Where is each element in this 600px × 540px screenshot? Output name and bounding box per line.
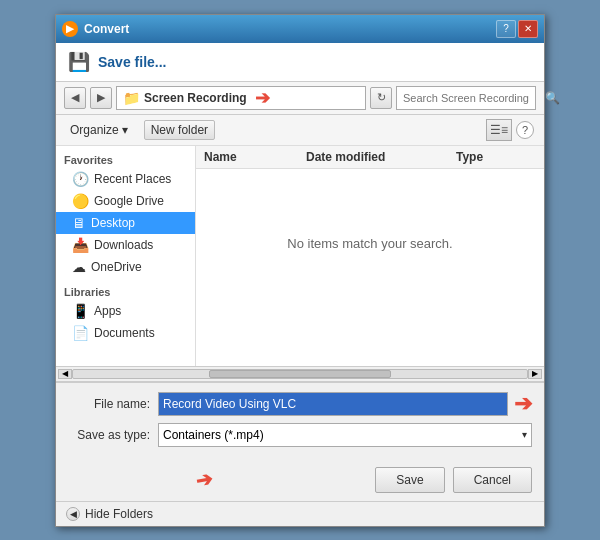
sidebar-item-documents[interactable]: 📄 Documents [56,322,195,344]
organize-label: Organize [70,123,119,137]
vlc-icon: ▶ [62,21,78,37]
savetype-row: Save as type: Containers (*.mp4) ▾ [68,423,532,447]
recent-places-icon: 🕐 [72,171,89,187]
refresh-button[interactable]: ↻ [370,87,392,109]
sidebar-label-onedrive: OneDrive [91,260,142,274]
savetype-label: Save as type: [68,428,158,442]
save-title: Save file... [98,54,166,70]
filename-arrow: ➔ [514,391,532,417]
dropdown-arrow: ▾ [522,429,527,440]
new-folder-button[interactable]: New folder [144,120,215,140]
file-area: Name Date modified Type No items match y… [196,146,544,366]
search-input[interactable] [403,92,541,104]
search-box[interactable]: 🔍 [396,86,536,110]
favorites-header: Favorites [56,150,195,168]
savetype-dropdown[interactable]: Containers (*.mp4) ▾ [158,423,532,447]
google-drive-icon: 🟡 [72,193,89,209]
bottom-form: File name: ➔ Save as type: Containers (*… [56,382,544,461]
window-title: Convert [84,22,129,36]
scroll-right[interactable]: ▶ [528,369,542,379]
downloads-icon: 📥 [72,237,89,253]
sidebar-label-documents: Documents [94,326,155,340]
save-arrow: ➔ [194,466,215,493]
scrollbar-track[interactable] [72,369,528,379]
nav-bar: ◀ ▶ 📁 Screen Recording ➔ ↻ 🔍 [56,82,544,115]
sidebar-label-recent-places: Recent Places [94,172,171,186]
favorites-section: Favorites 🕐 Recent Places 🟡 Google Drive… [56,150,195,278]
cancel-button[interactable]: Cancel [453,467,532,493]
breadcrumb-arrow: ➔ [255,87,270,109]
libraries-section: Libraries 📱 Apps 📄 Documents [56,282,195,344]
forward-button[interactable]: ▶ [90,87,112,109]
organize-chevron: ▾ [122,123,128,137]
sidebar-item-apps[interactable]: 📱 Apps [56,300,195,322]
desktop-icon: 🖥 [72,215,86,231]
sidebar-item-onedrive[interactable]: ☁ OneDrive [56,256,195,278]
column-type: Type [456,150,536,164]
breadcrumb-bar[interactable]: 📁 Screen Recording ➔ [116,86,366,110]
apps-icon: 📱 [72,303,89,319]
toolbar-right: ☰≡ ? [486,119,534,141]
column-name: Name [204,150,306,164]
toolbar: Organize ▾ New folder ☰≡ ? [56,115,544,146]
hide-folders-label: Hide Folders [85,507,153,521]
scroll-left[interactable]: ◀ [58,369,72,379]
view-button[interactable]: ☰≡ [486,119,512,141]
sidebar-label-google-drive: Google Drive [94,194,164,208]
save-icon: 💾 [68,51,90,73]
help-button[interactable]: ? [516,121,534,139]
buttons-row: ➔ Save Cancel [56,461,544,501]
title-bar: ▶ Convert ? ✕ [56,15,544,43]
column-date: Date modified [306,150,456,164]
folder-icon: 📁 [123,90,140,106]
save-button[interactable]: Save [375,467,444,493]
organize-button[interactable]: Organize ▾ [66,121,132,139]
breadcrumb-text: Screen Recording [144,91,247,105]
main-content: Favorites 🕐 Recent Places 🟡 Google Drive… [56,146,544,366]
sidebar-label-apps: Apps [94,304,121,318]
filename-label: File name: [68,397,158,411]
convert-window: ▶ Convert ? ✕ 💾 Save file... ◀ ▶ 📁 Scree… [55,14,545,527]
file-header: Name Date modified Type [196,146,544,169]
sidebar-label-downloads: Downloads [94,238,153,252]
onedrive-icon: ☁ [72,259,86,275]
hide-folders-bar[interactable]: ◀ Hide Folders [56,501,544,526]
help-title-button[interactable]: ? [496,20,516,38]
search-icon: 🔍 [545,91,560,105]
chevron-left-icon[interactable]: ◀ [66,507,80,521]
scrollbar-area: ◀ ▶ [56,366,544,382]
back-button[interactable]: ◀ [64,87,86,109]
sidebar-item-google-drive[interactable]: 🟡 Google Drive [56,190,195,212]
sidebar: Favorites 🕐 Recent Places 🟡 Google Drive… [56,146,196,366]
toolbar-left: Organize ▾ New folder [66,120,215,140]
savetype-value: Containers (*.mp4) [163,428,264,442]
close-button[interactable]: ✕ [518,20,538,38]
title-bar-left: ▶ Convert [62,21,129,37]
sidebar-label-desktop: Desktop [91,216,135,230]
filename-row: File name: ➔ [68,391,532,417]
save-header: 💾 Save file... [56,43,544,82]
sidebar-item-desktop[interactable]: 🖥 Desktop [56,212,195,234]
libraries-header: Libraries [56,282,195,300]
sidebar-item-recent-places[interactable]: 🕐 Recent Places [56,168,195,190]
title-buttons: ? ✕ [496,20,538,38]
documents-icon: 📄 [72,325,89,341]
sidebar-item-downloads[interactable]: 📥 Downloads [56,234,195,256]
scrollbar-thumb[interactable] [209,370,391,378]
empty-message: No items match your search. [196,169,544,319]
filename-input[interactable] [158,392,508,416]
